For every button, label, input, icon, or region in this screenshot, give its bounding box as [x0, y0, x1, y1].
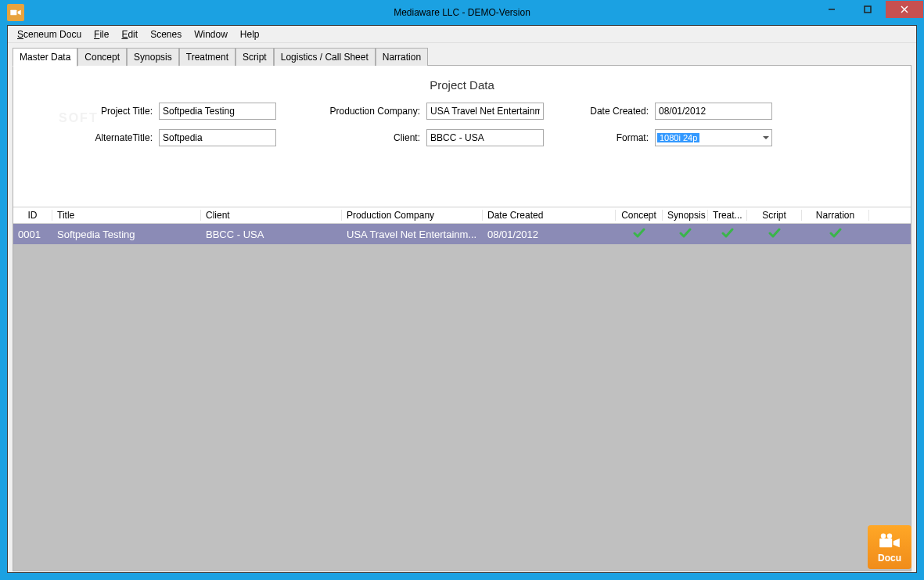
- tab-master-data[interactable]: Master Data: [13, 48, 77, 67]
- camera-icon: [877, 531, 902, 552]
- section-title: Project Data: [13, 66, 911, 103]
- svg-rect-0: [10, 10, 16, 16]
- projects-table: ID Title Client Production Company Date …: [13, 207, 911, 571]
- format-select[interactable]: 1080i 24p: [655, 129, 772, 146]
- tab-concept[interactable]: Concept: [77, 48, 127, 66]
- production-company-label: Production Company:: [281, 106, 422, 117]
- tab-script[interactable]: Script: [235, 48, 274, 66]
- check-icon: [768, 228, 781, 241]
- tab-content: SOFT Project Data Project Title: Product…: [13, 66, 911, 571]
- project-title-input[interactable]: [159, 103, 276, 120]
- col-header-treat[interactable]: Treat...: [708, 210, 747, 221]
- table-header-row: ID Title Client Production Company Date …: [13, 207, 911, 224]
- col-header-script[interactable]: Script: [747, 210, 802, 221]
- format-selected-value: 1080i 24p: [657, 133, 699, 142]
- minimize-button[interactable]: [814, 1, 850, 18]
- col-header-narr[interactable]: Narration: [802, 210, 869, 221]
- check-icon: [633, 228, 645, 241]
- window-title: Mediaware LLC - DEMO-Version: [394, 7, 530, 18]
- client-label: Client:: [281, 132, 422, 143]
- alternate-title-label: AlternateTitle:: [29, 132, 154, 143]
- check-icon: [679, 228, 692, 241]
- col-header-synopsis[interactable]: Synopsis: [663, 210, 708, 221]
- svg-rect-5: [879, 539, 892, 547]
- col-header-date[interactable]: Date Created: [483, 210, 616, 221]
- menu-sceneum-docu[interactable]: Sceneum Docu: [11, 27, 88, 41]
- inner-window: Sceneum Docu File Edit Scenes Window Hel…: [7, 25, 917, 573]
- close-button[interactable]: [886, 1, 923, 18]
- col-header-company[interactable]: Production Company: [342, 210, 483, 221]
- tab-synopsis[interactable]: Synopsis: [127, 48, 179, 66]
- cell-treat: [708, 228, 747, 241]
- menu-file[interactable]: File: [88, 27, 115, 41]
- menubar: Sceneum Docu File Edit Scenes Window Hel…: [8, 26, 916, 43]
- svg-rect-2: [865, 6, 871, 13]
- col-header-client[interactable]: Client: [201, 210, 342, 221]
- cell-script: [747, 228, 802, 241]
- tabstrip: Master Data Concept Synopsis Treatment S…: [8, 43, 916, 66]
- col-header-id[interactable]: ID: [13, 210, 52, 221]
- brand-label: Docu: [878, 553, 901, 564]
- svg-point-6: [881, 533, 886, 538]
- tab-narration[interactable]: Narration: [376, 48, 428, 66]
- cell-title: Softpedia Testing: [52, 229, 201, 240]
- titlebar[interactable]: Mediaware LLC - DEMO-Version: [1, 1, 923, 24]
- date-created-input[interactable]: [655, 103, 772, 120]
- check-icon: [829, 228, 842, 241]
- col-header-title[interactable]: Title: [52, 210, 201, 221]
- alternate-title-input[interactable]: [159, 129, 276, 146]
- date-created-label: Date Created:: [548, 106, 650, 117]
- svg-point-7: [887, 533, 892, 538]
- check-icon: [721, 228, 734, 241]
- brand-badge: Docu: [868, 525, 911, 569]
- app-icon: [7, 4, 24, 21]
- chevron-down-icon: [763, 136, 769, 139]
- client-input[interactable]: [426, 129, 544, 146]
- menu-help[interactable]: Help: [234, 27, 266, 41]
- maximize-button[interactable]: [850, 1, 886, 18]
- menu-window[interactable]: Window: [188, 27, 234, 41]
- watermark: SOFT: [59, 111, 99, 125]
- window-controls: [814, 1, 923, 18]
- col-header-concept[interactable]: Concept: [616, 210, 663, 221]
- cell-company: USA Travel Net Entertainm...: [342, 229, 483, 240]
- project-data-form: Project Title: Production Company: Date …: [13, 103, 911, 170]
- cell-concept: [616, 228, 663, 241]
- menu-scenes[interactable]: Scenes: [144, 27, 188, 41]
- cell-id: 0001: [13, 229, 52, 240]
- production-company-input[interactable]: [426, 103, 544, 120]
- menu-edit[interactable]: Edit: [115, 27, 144, 41]
- window-frame: Mediaware LLC - DEMO-Version Sceneum Doc…: [0, 0, 924, 580]
- format-label: Format:: [548, 132, 650, 143]
- cell-client: BBCC - USA: [201, 229, 342, 240]
- cell-synopsis: [663, 228, 708, 241]
- tab-logistics[interactable]: Logistics / Call Sheet: [274, 48, 376, 66]
- cell-narr: [802, 228, 869, 241]
- tab-treatment[interactable]: Treatment: [179, 48, 235, 66]
- cell-date: 08/01/2012: [483, 229, 616, 240]
- table-row[interactable]: 0001 Softpedia Testing BBCC - USA USA Tr…: [13, 224, 911, 244]
